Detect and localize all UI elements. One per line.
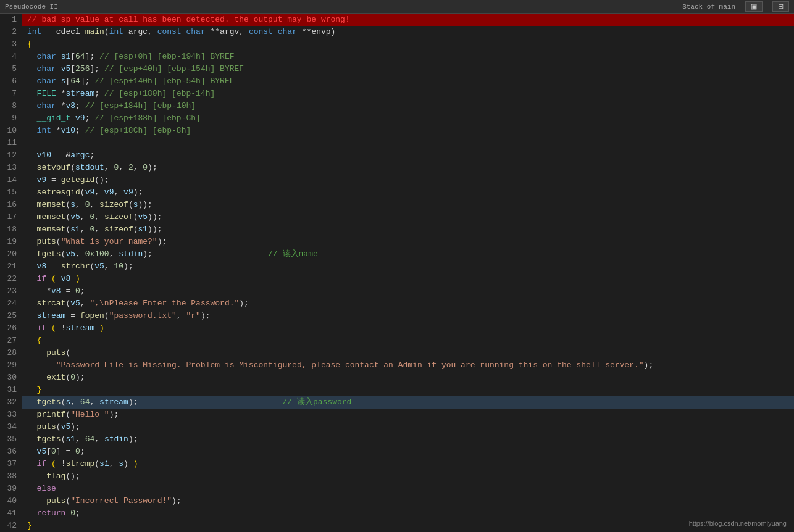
code-line-42: } (22, 520, 794, 532)
code-line-4: char s1[64]; // [esp+0h] [ebp-194h] BYRE… (22, 51, 794, 63)
code-line-28: puts( (22, 347, 794, 359)
code-line-10: int *v10; // [esp+18Ch] [ebp-8h] (22, 125, 794, 137)
line-num-23: 23 (5, 285, 17, 297)
line-num-35: 35 (5, 433, 17, 446)
code-line-16: memset(s, 0, sizeof(s)); (22, 199, 794, 211)
line-num-41: 41 (5, 507, 17, 520)
top-bar-right: Stack of main ▣ ⊟ (682, 1, 789, 12)
code-line-21: v8 = strchr(v5, 10); (22, 260, 794, 273)
top-bar: Pseudocode II Stack of main ▣ ⊟ (0, 0, 794, 14)
line-num-25: 25 (5, 310, 17, 322)
line-num-18: 18 (5, 223, 17, 236)
line-num-7: 7 (5, 88, 17, 100)
stack-label: Stack of main (682, 3, 735, 10)
line-num-15: 15 (5, 186, 17, 199)
code-line-26: if ( !stream ) (22, 322, 794, 335)
watermark: https://blog.csdn.net/momiyuang (689, 520, 787, 527)
line-num-3: 3 (5, 38, 17, 51)
code-line-19: puts("What is your name?"); (22, 236, 794, 248)
code-line-2: int __cdecl main(int argc, const char **… (22, 26, 794, 38)
line-num-37: 37 (5, 458, 17, 470)
code-line-23: *v8 = 0; (22, 285, 794, 297)
line-numbers: 1 2 3 4 5 6 7 8 9 10 11 12 13 14 15 16 1… (0, 14, 22, 532)
line-num-31: 31 (5, 384, 17, 396)
code-line-27: { (22, 335, 794, 347)
code-line-5: char v5[256]; // [esp+40h] [ebp-154h] BY… (22, 63, 794, 75)
code-line-3: { (22, 38, 794, 51)
line-num-8: 8 (5, 100, 17, 112)
code-line-41: return 0; (22, 507, 794, 520)
line-num-5: 5 (5, 63, 17, 75)
line-num-6: 6 (5, 75, 17, 88)
line-num-24: 24 (5, 297, 17, 310)
code-line-37: if ( !strcmp(s1, s) ) (22, 458, 794, 470)
stack-btn-1[interactable]: ▣ (745, 1, 763, 12)
line-num-20: 20 (5, 248, 17, 260)
code-line-34: puts(v5); (22, 421, 794, 433)
code-line-15: setresgid(v9, v9, v9); (22, 186, 794, 199)
line-num-16: 16 (5, 199, 17, 211)
pseudocode-label: Pseudocode II (5, 3, 682, 10)
line-num-19: 19 (5, 236, 17, 248)
line-num-26: 26 (5, 322, 17, 335)
code-line-9: __gid_t v9; // [esp+188h] [ebp-Ch] (22, 112, 794, 125)
code-line-33: printf("Hello "); (22, 409, 794, 421)
code-line-39: else (22, 483, 794, 495)
line-num-27: 27 (5, 335, 17, 347)
code-line-17: memset(v5, 0, sizeof(v5)); (22, 211, 794, 223)
line-num-12: 12 (5, 149, 17, 162)
code-line-24: strcat(v5, ",\nPlease Enter the Password… (22, 297, 794, 310)
code-line-1: // bad sp value at call has been detecte… (22, 14, 794, 26)
code-line-8: char *v8; // [esp+184h] [ebp-10h] (22, 100, 794, 112)
line-num-13: 13 (5, 162, 17, 174)
line-num-30: 30 (5, 372, 17, 384)
line-num-33: 33 (5, 409, 17, 421)
line-num-11: 11 (5, 137, 17, 149)
line-num-22: 22 (5, 273, 17, 285)
code-line-22: if ( v8 ) (22, 273, 794, 285)
line-num-17: 17 (5, 211, 17, 223)
line-num-34: 34 (5, 421, 17, 433)
code-line-13: setvbuf(stdout, 0, 2, 0); (22, 162, 794, 174)
code-line-18: memset(s1, 0, sizeof(s1)); (22, 223, 794, 236)
line-num-1: 1 (5, 14, 17, 26)
code-container: 1 2 3 4 5 6 7 8 9 10 11 12 13 14 15 16 1… (0, 14, 794, 532)
line-num-39: 39 (5, 483, 17, 495)
line-num-29: 29 (5, 359, 17, 372)
line-num-40: 40 (5, 495, 17, 507)
code-content[interactable]: // bad sp value at call has been detecte… (22, 14, 794, 532)
line-num-10: 10 (5, 125, 17, 137)
line-num-38: 38 (5, 470, 17, 483)
line-num-4: 4 (5, 51, 17, 63)
code-line-14: v9 = getegid(); (22, 174, 794, 186)
stack-btn-2[interactable]: ⊟ (772, 1, 789, 12)
line-num-14: 14 (5, 174, 17, 186)
code-line-25: stream = fopen("password.txt", "r"); (22, 310, 794, 322)
line-num-42: 42 (5, 520, 17, 532)
line-num-21: 21 (5, 260, 17, 273)
code-line-36: v5[0] = 0; (22, 446, 794, 458)
code-line-30: exit(0); (22, 372, 794, 384)
code-line-12: v10 = &argc; (22, 149, 794, 162)
line-num-9: 9 (5, 112, 17, 125)
code-line-32: fgets(s, 64, stream); // 读入password (22, 396, 794, 409)
code-line-6: char s[64]; // [esp+140h] [ebp-54h] BYRE… (22, 75, 794, 88)
code-line-35: fgets(s1, 64, stdin); (22, 433, 794, 446)
code-line-11 (22, 137, 794, 149)
line-num-32: 32 (5, 396, 17, 409)
code-line-7: FILE *stream; // [esp+180h] [ebp-14h] (22, 88, 794, 100)
line-num-28: 28 (5, 347, 17, 359)
line-num-2: 2 (5, 26, 17, 38)
code-line-29: "Password File is Missing. Problem is Mi… (22, 359, 794, 372)
code-line-20: fgets(v5, 0x100, stdin); // 读入name (22, 248, 794, 260)
code-line-31: } (22, 384, 794, 396)
code-line-38: flag(); (22, 470, 794, 483)
code-line-40: puts("Incorrect Password!"); (22, 495, 794, 507)
line-num-36: 36 (5, 446, 17, 458)
